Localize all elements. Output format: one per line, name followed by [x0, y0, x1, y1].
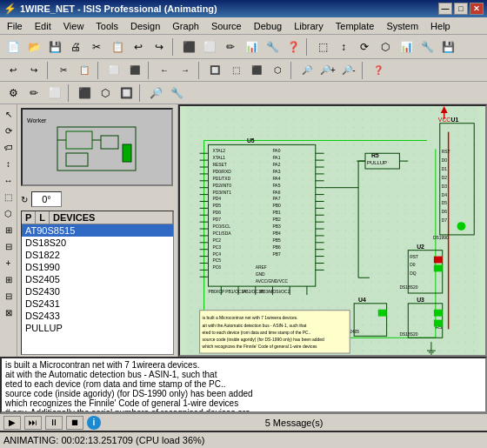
toolbar1-btn-13[interactable]: 🔧 — [263, 37, 282, 57]
device-item-pullup[interactable]: PULLUP — [22, 322, 173, 334]
menu-item-graph[interactable]: Graph — [167, 19, 204, 33]
svg-text:D0: D0 — [410, 263, 416, 267]
port-tool[interactable]: ⊟ — [1, 238, 17, 254]
menu-item-view[interactable]: View — [58, 19, 90, 33]
log-line: is built a Microcontran net with 7 1wire… — [5, 360, 482, 370]
label-tool[interactable]: 🏷 — [1, 139, 17, 155]
toolbar2-btn-18[interactable]: 🔎+ — [318, 61, 337, 80]
power-tool[interactable]: ⬡ — [1, 205, 17, 221]
toolbar1-btn-18[interactable]: ⟳ — [355, 37, 374, 57]
toolbar2-btn-19[interactable]: 🔎- — [339, 61, 358, 80]
toolbar1-btn-0[interactable]: 📄 — [3, 37, 23, 57]
device-item-ds2430[interactable]: DS2430 — [22, 285, 173, 298]
toolbar2-btn-12[interactable]: 🔲 — [205, 61, 224, 80]
component-tool[interactable]: ⟳ — [1, 123, 17, 138]
toolbar1-btn-22[interactable]: 💾 — [438, 37, 457, 57]
svg-text:XTAL2: XTAL2 — [212, 149, 225, 153]
toolbar2-btn-6[interactable]: ⬜ — [104, 61, 123, 80]
toolbar3-btn-5[interactable]: ⬡ — [96, 84, 115, 103]
toolbar1-btn-16[interactable]: ⬚ — [313, 37, 332, 57]
svg-rect-7 — [123, 144, 131, 162]
device-item-ds2431[interactable]: DS2431 — [22, 298, 173, 310]
toolbar1-btn-20[interactable]: 📊 — [397, 37, 416, 57]
toolbar3-btn-0[interactable]: ⚙ — [3, 84, 23, 103]
toolbar2-btn-7[interactable]: ⬛ — [125, 61, 144, 80]
toolbar3-btn-9[interactable]: 🔧 — [167, 84, 186, 103]
toolbar-sep — [306, 38, 310, 56]
toolbar2-btn-21[interactable]: ❓ — [369, 61, 388, 80]
play-button[interactable]: ▶ — [3, 416, 21, 430]
menu-item-design[interactable]: Design — [125, 19, 165, 33]
menu-item-file[interactable]: File — [2, 19, 28, 33]
inst-tool[interactable]: ⊠ — [1, 304, 17, 320]
toolbar1-btn-10[interactable]: ⬜ — [200, 37, 219, 57]
menu-item-system[interactable]: System — [381, 19, 424, 33]
col-devices[interactable]: DEVICES — [50, 211, 173, 224]
maximize-button[interactable]: □ — [454, 3, 468, 15]
device-item-ds1822[interactable]: DS1822 — [22, 249, 173, 261]
col-l[interactable]: L — [36, 211, 50, 224]
probe-tool[interactable]: + — [1, 255, 17, 271]
terminal-tool[interactable]: ⊞ — [1, 222, 17, 237]
pause-button[interactable]: ⏸ — [45, 416, 63, 430]
toolbar1-btn-3[interactable]: 🖨 — [66, 37, 85, 57]
col-p[interactable]: P — [22, 211, 36, 224]
gen-tool[interactable]: ⊟ — [1, 288, 17, 304]
bus-tool[interactable]: ↔ — [1, 172, 17, 188]
toolbar1-btn-2[interactable]: 💾 — [45, 37, 64, 57]
close-button[interactable]: ✕ — [470, 3, 484, 15]
menu-item-debug[interactable]: Debug — [249, 19, 287, 33]
toolbar1-btn-5[interactable]: 📋 — [108, 37, 127, 57]
toolbar3-btn-8[interactable]: 🔎 — [146, 84, 165, 103]
toolbar2-btn-3[interactable]: ✂ — [54, 61, 73, 80]
menu-item-template[interactable]: Template — [330, 19, 380, 33]
tape-tool[interactable]: ⊞ — [1, 271, 17, 287]
step-button[interactable]: ⏭ — [24, 416, 42, 430]
schematic-area[interactable]: XTAL2 XTAL1 RESET PD0/RXD PD1/TXD PD2/IN… — [178, 104, 487, 357]
toolbar1-btn-14[interactable]: ❓ — [284, 37, 303, 57]
select-tool[interactable]: ↖ — [1, 106, 17, 122]
toolbar1-btn-6[interactable]: ↩ — [129, 37, 148, 57]
toolbar2-btn-17[interactable]: 🔎 — [297, 61, 317, 80]
toolbar1-btn-4[interactable]: ✂ — [87, 37, 106, 57]
toolbar2-btn-14[interactable]: ⬛ — [247, 61, 266, 80]
toolbar1-btn-1[interactable]: 📂 — [24, 37, 43, 57]
toolbar1-btn-21[interactable]: 🔧 — [417, 37, 437, 57]
toolbar2-btn-0[interactable]: ↩ — [3, 61, 23, 80]
toolbar1-btn-9[interactable]: ⬛ — [179, 37, 198, 57]
wire-tool[interactable]: ↕ — [1, 156, 17, 171]
toolbar1-btn-19[interactable]: ⬡ — [376, 37, 395, 57]
junction-tool[interactable]: ⬚ — [1, 189, 17, 204]
svg-text:PD2/INT0: PD2/INT0 — [212, 184, 231, 188]
toolbar1-btn-11[interactable]: ✏ — [221, 37, 240, 57]
toolbar1-btn-17[interactable]: ↕ — [334, 37, 353, 57]
minimize-button[interactable]: — — [438, 3, 452, 15]
menu-item-library[interactable]: Library — [289, 19, 329, 33]
toolbar1-btn-12[interactable]: 📊 — [242, 37, 261, 57]
toolbar2-btn-13[interactable]: ⬚ — [226, 61, 245, 80]
menu-item-help[interactable]: Help — [425, 19, 456, 33]
menu-item-tools[interactable]: Tools — [90, 19, 123, 33]
menu-item-edit[interactable]: Edit — [30, 19, 57, 33]
toolbar2-btn-9[interactable]: ← — [155, 61, 174, 80]
toolbar3-btn-2[interactable]: ⬜ — [45, 84, 64, 103]
info-button[interactable]: i — [87, 416, 101, 430]
toolbar2-btn-15[interactable]: ⬡ — [268, 61, 287, 80]
device-item-ds2433[interactable]: DS2433 — [22, 310, 173, 322]
menu-item-source[interactable]: Source — [206, 19, 247, 33]
stop-button[interactable]: ⏹ — [66, 416, 83, 430]
titlebar-controls[interactable]: — □ ✕ — [438, 3, 484, 15]
device-item-at90s8515[interactable]: AT90S8515 — [22, 224, 173, 237]
device-item-ds2405[interactable]: DS2405 — [22, 273, 173, 285]
device-item-ds18s20[interactable]: DS18S20 — [22, 237, 173, 249]
toolbar1-btn-7[interactable]: ↪ — [150, 37, 169, 57]
titlebar-left: ⚡ 1WIRE_NET - ISIS Professional (Animati… — [3, 3, 217, 15]
svg-text:U3: U3 — [417, 297, 424, 303]
toolbar3-btn-6[interactable]: 🔲 — [117, 84, 136, 103]
toolbar2-btn-1[interactable]: ↪ — [24, 61, 43, 80]
toolbar3-btn-4[interactable]: ⬛ — [75, 84, 94, 103]
toolbar2-btn-10[interactable]: → — [176, 61, 195, 80]
toolbar2-btn-4[interactable]: 📋 — [75, 61, 94, 80]
device-item-ds1990[interactable]: DS1990 — [22, 261, 173, 273]
toolbar3-btn-1[interactable]: ✏ — [24, 84, 43, 103]
